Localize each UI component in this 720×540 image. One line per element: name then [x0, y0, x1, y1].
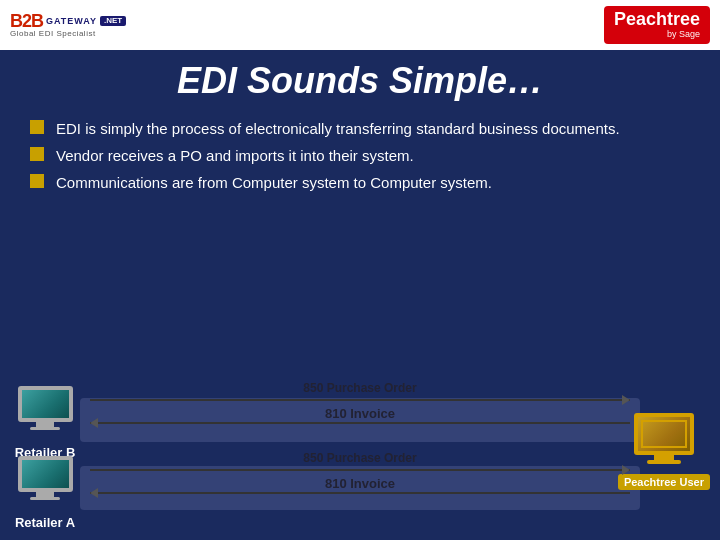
bullet-square-3: [30, 174, 44, 188]
bullet-item-1: EDI is simply the process of electronica…: [30, 118, 690, 139]
b2b-logo-area: B2B GATEWAY .NET Global EDI Specialist: [10, 12, 126, 38]
bullet-text-1: EDI is simply the process of electronica…: [56, 118, 620, 139]
by-sage-text: by Sage: [667, 30, 700, 40]
peachtree-logo: Peachtree by Sage: [604, 6, 710, 44]
flow-b-invoice-arrow: [90, 422, 630, 424]
peachtree-base: [647, 460, 681, 464]
flow-a-invoice-label: 810 Invoice: [90, 476, 630, 491]
flow-b-invoice-label: 810 Invoice: [90, 406, 630, 421]
bullet-text-2: Vendor receives a PO and imports it into…: [56, 145, 414, 166]
flow-row-b: 850 Purchase Order 810 Invoice: [90, 381, 630, 425]
main-content: EDI Sounds Simple… EDI is simply the pro…: [0, 50, 720, 213]
bullet-square-1: [30, 120, 44, 134]
bullet-list: EDI is simply the process of electronica…: [30, 118, 690, 193]
header-bar: B2B GATEWAY .NET Global EDI Specialist P…: [0, 0, 720, 50]
retailer-b-monitor: [18, 386, 73, 422]
flow-b-purchase-label: 850 Purchase Order: [90, 381, 630, 395]
slide-title: EDI Sounds Simple…: [30, 60, 690, 102]
bullet-item-2: Vendor receives a PO and imports it into…: [30, 145, 690, 166]
retailer-a-base: [30, 497, 60, 500]
net-badge: .NET: [100, 16, 126, 26]
retailer-b-group: Retailer B: [10, 386, 80, 460]
b2b-logo: B2B GATEWAY .NET Global EDI Specialist: [10, 12, 126, 38]
diagram-area: Retailer B Retailer A Peachtree User 850…: [0, 320, 720, 540]
peachtree-logo-text: Peachtree: [614, 10, 700, 30]
flow-a-purchase-label: 850 Purchase Order: [90, 451, 630, 465]
flow-row-a: 850 Purchase Order 810 Invoice: [90, 451, 630, 495]
b2b-text: B2B: [10, 12, 43, 30]
peachtree-computer-icon: [629, 413, 699, 471]
retailer-a-group: Retailer A: [10, 456, 80, 530]
bullet-square-2: [30, 147, 44, 161]
retailer-b-computer-icon: [10, 386, 80, 441]
bullet-item-3: Communications are from Computer system …: [30, 172, 690, 193]
logo-subtitle: Global EDI Specialist: [10, 30, 126, 38]
peachtree-monitor: [634, 413, 694, 455]
flow-b-purchase-arrow: [90, 399, 630, 401]
gateway-text: GATEWAY: [46, 17, 97, 26]
bullet-text-3: Communications are from Computer system …: [56, 172, 492, 193]
retailer-b-base: [30, 427, 60, 430]
flow-a-invoice-arrow: [90, 492, 630, 494]
peachtree-user-group: Peachtree User: [618, 413, 710, 490]
flow-a-purchase-arrow: [90, 469, 630, 471]
peachtree-monitor-inner: [641, 420, 687, 448]
retailer-a-computer-icon: [10, 456, 80, 511]
retailer-a-monitor: [18, 456, 73, 492]
peachtree-user-label: Peachtree User: [618, 474, 710, 490]
retailer-a-label: Retailer A: [15, 515, 75, 530]
